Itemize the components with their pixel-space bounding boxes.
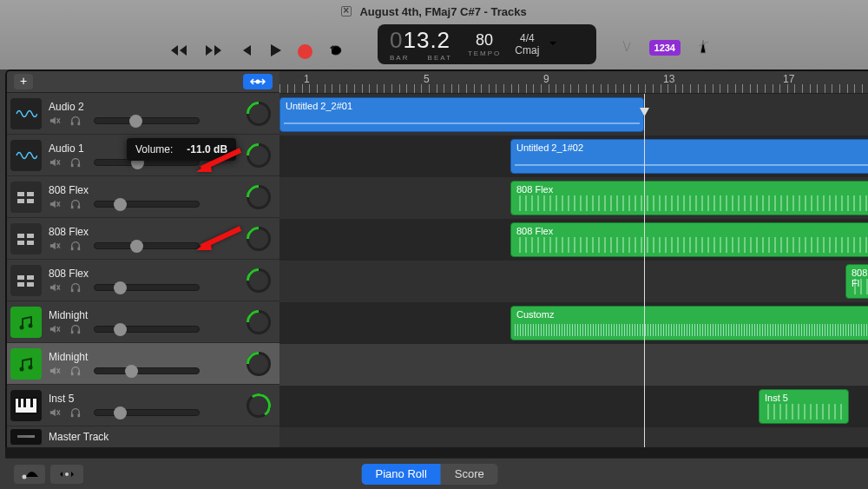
pan-knob[interactable] (247, 185, 271, 209)
svg-rect-13 (17, 241, 24, 245)
tuner-icon[interactable] (618, 37, 635, 57)
master-track-header[interactable]: Master Track (7, 426, 279, 447)
region[interactable]: Customz (510, 306, 868, 340)
window-modified-dot-icon (341, 6, 352, 17)
svg-rect-1 (71, 122, 74, 125)
svg-rect-14 (27, 241, 34, 245)
volume-slider[interactable] (94, 242, 200, 249)
pan-knob[interactable] (247, 393, 271, 418)
headphones-icon[interactable] (69, 199, 82, 209)
editor-view-toggle[interactable]: Piano Roll Score (362, 464, 498, 485)
mute-icon[interactable] (49, 157, 61, 168)
track-name: Midnight (49, 309, 247, 321)
pan-knob[interactable] (247, 227, 271, 251)
headphones-icon[interactable] (69, 241, 82, 251)
volume-slider[interactable] (94, 326, 200, 333)
track-header[interactable]: 808 Flex (7, 176, 279, 218)
horizontal-zoom-button[interactable] (243, 74, 273, 89)
region[interactable]: 808 Flex (510, 222, 868, 257)
track-header[interactable]: Midnight (7, 343, 279, 385)
volume-slider[interactable] (94, 367, 200, 374)
region[interactable]: 808 Flex (510, 181, 868, 215)
svg-rect-16 (78, 248, 81, 250)
track-type-icon (10, 98, 42, 129)
svg-rect-26 (78, 331, 81, 334)
cycle-button[interactable] (328, 43, 345, 60)
volume-slider[interactable] (94, 117, 200, 124)
fast-forward-button[interactable] (204, 43, 223, 60)
svg-rect-22 (78, 289, 81, 292)
chevron-down-icon[interactable] (548, 38, 558, 51)
horizontal-zoom-footer-button[interactable] (50, 465, 83, 484)
region[interactable]: Untitled 2_2#01 (279, 97, 644, 132)
track-type-icon (10, 223, 42, 254)
tab-score[interactable]: Score (441, 464, 498, 485)
track-name: Inst 5 (49, 393, 247, 405)
track-type-icon (10, 182, 42, 213)
headphones-icon[interactable] (69, 324, 82, 334)
bar-ruler[interactable]: 159131721 (279, 71, 868, 94)
headphones-icon[interactable] (69, 282, 82, 293)
volume-slider[interactable] (94, 201, 200, 208)
region[interactable]: Untitled 2_1#02 (510, 139, 868, 174)
mute-icon[interactable] (49, 282, 61, 293)
mute-icon[interactable] (49, 241, 61, 251)
mute-icon[interactable] (49, 407, 61, 418)
arrange-row[interactable] (279, 344, 868, 386)
volume-slider[interactable] (94, 409, 200, 416)
arrange-row[interactable] (279, 261, 868, 302)
headphones-icon[interactable] (69, 407, 82, 418)
headphones-icon[interactable] (69, 157, 82, 168)
svg-point-38 (23, 474, 27, 479)
track-type-icon (10, 390, 42, 421)
tab-piano-roll[interactable]: Piano Roll (362, 464, 441, 485)
headphones-icon[interactable] (69, 366, 82, 376)
ruler-bar-number: 17 (783, 73, 794, 85)
lcd-display[interactable]: 013.2 BAR BEAT 80 TEMPO 4/4 Cmaj (378, 24, 596, 64)
headphones-icon[interactable] (69, 116, 82, 126)
svg-point-39 (65, 472, 69, 476)
svg-rect-5 (17, 192, 24, 196)
pan-knob[interactable] (247, 352, 271, 376)
svg-rect-2 (78, 122, 81, 125)
arrange-row[interactable] (279, 427, 868, 447)
pan-knob[interactable] (247, 143, 271, 168)
ruler-bar-number: 13 (663, 73, 674, 85)
svg-rect-10 (78, 206, 81, 208)
playhead[interactable] (644, 94, 645, 447)
svg-rect-30 (78, 373, 81, 375)
track-header[interactable]: 808 Flex (7, 260, 279, 301)
mute-icon[interactable] (49, 366, 61, 376)
track-header[interactable]: Audio 2 (7, 93, 279, 135)
volume-slider[interactable] (94, 284, 200, 291)
region[interactable]: 808 Fl (845, 264, 868, 299)
svg-rect-25 (71, 331, 74, 334)
track-header[interactable]: Inst 5 (7, 385, 279, 426)
count-in-button[interactable]: 1234 (649, 40, 681, 56)
record-button[interactable] (298, 44, 312, 59)
arrange-area[interactable]: 159131721 Untitled 2_2#01Untitled 2_1#02… (279, 71, 868, 447)
region-label: Untitled 2_1#02 (516, 142, 583, 153)
region-label: 808 Flex (516, 226, 553, 236)
add-track-button[interactable]: + (14, 74, 33, 89)
pan-knob[interactable] (247, 268, 271, 293)
pan-knob[interactable] (247, 310, 271, 334)
region[interactable]: Inst 5 (759, 389, 849, 424)
pan-knob[interactable] (247, 102, 271, 126)
rewind-button[interactable] (169, 43, 188, 60)
mute-icon[interactable] (49, 324, 61, 334)
region-label: 808 Flex (516, 184, 553, 195)
svg-rect-3 (71, 164, 74, 167)
play-button[interactable] (268, 43, 282, 61)
track-name: Midnight (49, 351, 247, 363)
track-header[interactable]: Midnight (7, 301, 279, 343)
mute-icon[interactable] (49, 199, 61, 209)
go-to-start-button[interactable] (239, 43, 253, 60)
svg-rect-19 (17, 282, 24, 287)
mute-icon[interactable] (49, 116, 61, 126)
metronome-icon[interactable] (694, 37, 712, 57)
ruler-bar-number: 5 (424, 73, 430, 85)
svg-rect-12 (27, 234, 34, 238)
svg-point-27 (20, 367, 24, 371)
automation-curve-button[interactable] (14, 465, 45, 484)
